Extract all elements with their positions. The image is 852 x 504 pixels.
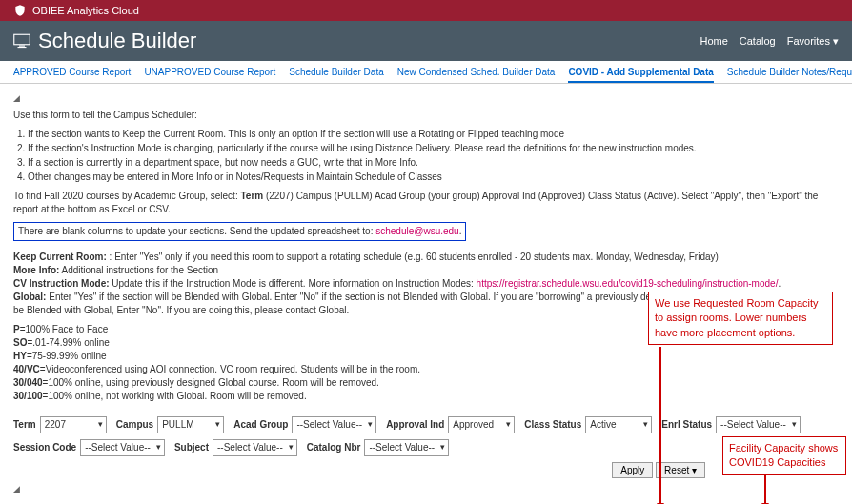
- instruction-item: 2. If the section's Instruction Mode is …: [17, 142, 839, 155]
- nav-home[interactable]: Home: [700, 35, 727, 48]
- def-kcr-text: : Enter "Yes" only if you need this room…: [107, 252, 719, 262]
- intro-text: Use this form to tell the Campus Schedul…: [13, 109, 839, 122]
- tab-bar: APPROVED Course ReportUNAPPROVED Course …: [0, 61, 852, 84]
- reset-button[interactable]: Reset ▾: [656, 462, 705, 478]
- email-msg-post: .: [459, 226, 462, 236]
- product-name: OBIEE Analytics Cloud: [32, 5, 139, 16]
- collapse-icon-2[interactable]: ◢: [13, 484, 20, 494]
- def-cv-label: CV Instruction Mode:: [13, 278, 110, 289]
- filter-enrlstatus-select[interactable]: --Select Value--: [716, 416, 801, 433]
- filter-enrlstatus-label: Enrl Status: [661, 418, 712, 432]
- def-cv-text: Update this if the Instruction Mode is d…: [110, 278, 477, 289]
- filter-catalognbr-label: Catalog Nbr: [307, 441, 361, 454]
- annotation-roomcap: We use Requested Room Capacity to assign…: [648, 292, 833, 345]
- email-highlight-box: There are blank columns to update your s…: [13, 222, 466, 241]
- tab-5[interactable]: Schedule Builder Notes/Requests: [727, 67, 852, 83]
- code-item: 30/040=100% online, using previously des…: [13, 376, 839, 390]
- svg-rect-1: [19, 46, 25, 47]
- page-title: Schedule Builder: [38, 29, 196, 53]
- filter-row-1: Term2207 CampusPULLM Acad Group--Select …: [13, 416, 839, 433]
- filter-term-label: Term: [13, 418, 36, 432]
- def-more-text: Additional instructions for the Section: [59, 265, 218, 275]
- nav-favorites[interactable]: Favorites ▾: [787, 35, 839, 48]
- find-line: To find Fall 2020 courses by Academic Gr…: [13, 190, 839, 216]
- def-kcr-label: Keep Current Room:: [13, 252, 107, 262]
- def-global-label: Global:: [13, 292, 46, 302]
- find-pre: To find Fall 2020 courses by Academic Gr…: [13, 191, 240, 201]
- find-term: Term: [240, 191, 263, 201]
- code-item: 30/100=100% online, not working with Glo…: [13, 390, 839, 403]
- tab-4[interactable]: COVID - Add Supplemental Data: [568, 67, 713, 83]
- filter-campus-label: Campus: [116, 418, 153, 432]
- email-msg-pre: There are blank columns to update your s…: [18, 226, 375, 236]
- tab-2[interactable]: Schedule Builder Data: [289, 67, 384, 83]
- shield-icon: [13, 4, 27, 17]
- svg-rect-0: [14, 34, 30, 45]
- filter-acadgroup-label: Acad Group: [233, 418, 288, 432]
- instruction-list: 1. If the section wants to Keep the Curr…: [17, 128, 839, 184]
- filter-subject-label: Subject: [174, 441, 209, 454]
- tab-0[interactable]: APPROVED Course Report: [13, 67, 131, 83]
- filter-sessioncode-label: Session Code: [13, 441, 76, 454]
- def-cv-post: .: [778, 278, 781, 289]
- filter-catalognbr-select[interactable]: --Select Value--: [364, 439, 449, 456]
- filter-classstatus-select[interactable]: Active: [585, 416, 652, 433]
- annotation-facility-arrow: [764, 471, 766, 503]
- cv-mode-link[interactable]: https://registrar.schedule.wsu.edu/covid…: [477, 278, 779, 289]
- content-area: ◢ Use this form to tell the Campus Sched…: [0, 84, 852, 504]
- filter-approvalind-select[interactable]: Approved: [448, 416, 515, 433]
- apply-button[interactable]: Apply: [612, 462, 653, 478]
- code-item: HY=75-99.99% online: [13, 350, 839, 363]
- svg-rect-2: [18, 47, 27, 48]
- code-item: 40/VC=Videoconferenced using AOI connect…: [13, 363, 839, 376]
- annotation-facility: Facility Capacity shows COVID19 Capaciti…: [722, 436, 846, 475]
- collapse-icon[interactable]: ◢: [13, 93, 20, 103]
- instruction-item: 3. If a section is currently in a depart…: [17, 156, 839, 170]
- filter-term-select[interactable]: 2207: [40, 416, 107, 433]
- schedule-email-link[interactable]: schedule@wsu.edu: [375, 226, 458, 236]
- tab-3[interactable]: New Condensed Sched. Builder Data: [397, 67, 556, 83]
- annotation-roomcap-arrow: [659, 347, 661, 503]
- filter-subject-select[interactable]: --Select Value--: [213, 439, 297, 456]
- brand-bar: OBIEE Analytics Cloud: [0, 0, 852, 21]
- instruction-item: 4. Other changes may be entered in More …: [17, 171, 839, 184]
- filter-acadgroup-select[interactable]: --Select Value--: [292, 416, 376, 433]
- tab-1[interactable]: UNAPPROVED Course Report: [144, 67, 275, 83]
- filter-classstatus-label: Class Status: [524, 418, 581, 432]
- filter-campus-select[interactable]: PULLM: [157, 416, 224, 433]
- nav-catalog[interactable]: Catalog: [740, 35, 776, 48]
- monitor-icon: [13, 33, 30, 49]
- instruction-item: 1. If the section wants to Keep the Curr…: [17, 128, 839, 141]
- def-more-label: More Info:: [13, 265, 59, 275]
- filter-sessioncode-select[interactable]: --Select Value--: [80, 439, 165, 456]
- filter-approvalind-label: Approval Ind: [386, 418, 444, 432]
- filter-row-2: Session Code--Select Value-- Subject--Se…: [13, 439, 839, 456]
- title-bar: Schedule Builder Home Catalog Favorites …: [0, 21, 852, 61]
